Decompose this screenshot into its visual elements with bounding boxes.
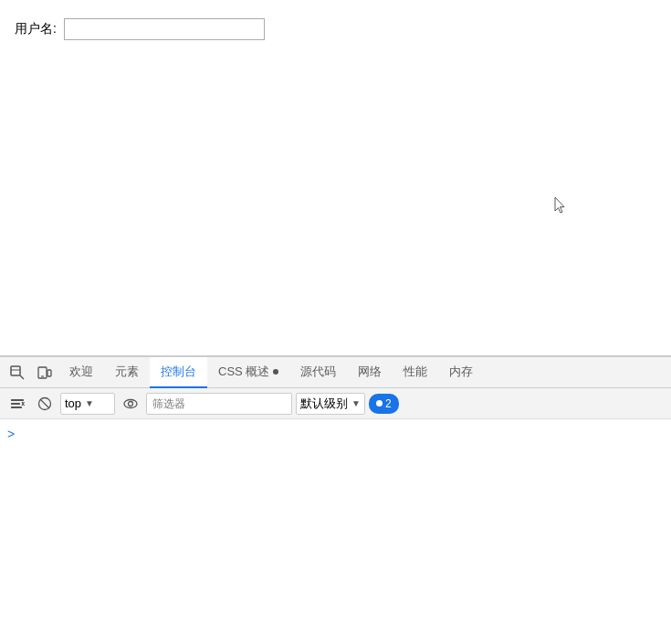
svg-line-1 — [20, 375, 24, 379]
devtools-panel: 欢迎 元素 控制台 CSS 概述 源代码 网络 性能 内存 — [0, 356, 671, 644]
svg-rect-7 — [11, 403, 20, 405]
svg-rect-6 — [11, 399, 24, 401]
filter-input[interactable] — [146, 393, 292, 415]
mouse-cursor — [554, 196, 567, 215]
tab-network[interactable]: 网络 — [347, 357, 393, 388]
context-dropdown-arrow: ▼ — [85, 398, 94, 408]
log-level-label: 默认级别 — [300, 396, 348, 412]
clear-console-button[interactable] — [5, 392, 29, 416]
svg-rect-0 — [11, 366, 20, 375]
tab-performance[interactable]: 性能 — [393, 357, 438, 388]
tab-css-overview[interactable]: CSS 概述 — [207, 357, 289, 388]
inspect-page-icon[interactable] — [4, 357, 31, 388]
console-toolbar: top ▼ 默认级别 ▼ 2 — [0, 388, 671, 419]
main-content: 用户名: — [0, 0, 671, 356]
tab-bar: 欢迎 元素 控制台 CSS 概述 源代码 网络 性能 内存 — [0, 357, 671, 388]
svg-line-12 — [40, 399, 49, 408]
username-row: 用户名: — [15, 18, 656, 40]
console-output: > — [0, 419, 671, 644]
log-level-selector[interactable]: 默认级别 ▼ — [296, 393, 365, 415]
svg-rect-8 — [11, 406, 22, 408]
log-level-dropdown-arrow: ▼ — [351, 398, 361, 408]
message-dot-icon — [376, 400, 383, 406]
console-prompt[interactable]: > — [7, 423, 664, 445]
context-value: top — [65, 396, 81, 410]
tab-console[interactable]: 控制台 — [150, 357, 207, 388]
context-selector[interactable]: top ▼ — [60, 393, 115, 415]
css-overview-dot — [273, 369, 278, 375]
device-toolbar-icon[interactable] — [31, 357, 58, 388]
svg-rect-4 — [47, 370, 51, 376]
message-count: 2 — [385, 397, 392, 410]
message-count-badge[interactable]: 2 — [369, 394, 399, 414]
username-input[interactable] — [64, 18, 265, 40]
live-expressions-button[interactable] — [119, 392, 142, 416]
svg-point-14 — [129, 401, 133, 406]
tab-elements[interactable]: 元素 — [104, 357, 150, 388]
tab-sources[interactable]: 源代码 — [289, 357, 347, 388]
tab-welcome[interactable]: 欢迎 — [58, 357, 104, 388]
username-label: 用户名: — [15, 21, 57, 37]
tab-memory[interactable]: 内存 — [438, 357, 484, 388]
block-requests-button[interactable] — [33, 392, 57, 416]
